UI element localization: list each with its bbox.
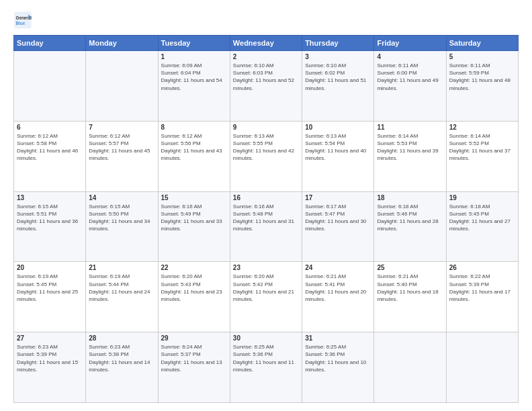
day-info: Sunrise: 6:12 AM Sunset: 5:56 PM Dayligh… [161, 132, 227, 163]
day-number: 7 [89, 124, 154, 131]
day-info: Sunrise: 6:13 AM Sunset: 5:55 PM Dayligh… [233, 132, 299, 163]
day-cell: 17Sunrise: 6:17 AM Sunset: 5:47 PM Dayli… [302, 191, 374, 262]
column-header-wednesday: Wednesday [230, 36, 302, 51]
day-number: 17 [305, 194, 371, 201]
day-info: Sunrise: 6:24 AM Sunset: 5:37 PM Dayligh… [161, 343, 227, 373]
calendar: SundayMondayTuesdayWednesdayThursdayFrid… [13, 35, 519, 403]
column-header-tuesday: Tuesday [158, 36, 230, 51]
day-info: Sunrise: 6:20 AM Sunset: 5:43 PM Dayligh… [161, 273, 227, 303]
day-cell: 2Sunrise: 6:10 AM Sunset: 6:03 PM Daylig… [230, 51, 302, 122]
day-number: 29 [161, 334, 227, 342]
day-info: Sunrise: 6:19 AM Sunset: 5:45 PM Dayligh… [17, 273, 83, 303]
logo-icon: General Blue [13, 11, 32, 30]
day-cell: 21Sunrise: 6:19 AM Sunset: 5:44 PM Dayli… [86, 262, 158, 332]
day-number: 2 [233, 53, 299, 60]
day-info: Sunrise: 6:25 AM Sunset: 5:36 PM Dayligh… [233, 343, 299, 373]
day-number: 9 [233, 124, 299, 131]
day-cell: 7Sunrise: 6:12 AM Sunset: 5:57 PM Daylig… [86, 121, 158, 191]
day-number: 18 [377, 194, 443, 201]
day-number: 23 [233, 264, 299, 271]
day-info: Sunrise: 6:12 AM Sunset: 5:58 PM Dayligh… [17, 132, 83, 163]
header: General Blue [13, 11, 519, 30]
day-info: Sunrise: 6:10 AM Sunset: 6:02 PM Dayligh… [305, 62, 371, 92]
day-info: Sunrise: 6:25 AM Sunset: 5:36 PM Dayligh… [305, 343, 371, 373]
week-row-4: 20Sunrise: 6:19 AM Sunset: 5:45 PM Dayli… [14, 262, 519, 332]
svg-text:Blue: Blue [16, 21, 26, 26]
logo: General Blue [13, 11, 35, 30]
day-cell: 18Sunrise: 6:18 AM Sunset: 5:46 PM Dayli… [374, 191, 446, 262]
day-cell: 20Sunrise: 6:19 AM Sunset: 5:45 PM Dayli… [14, 262, 86, 332]
day-number: 6 [17, 124, 83, 131]
day-cell: 29Sunrise: 6:24 AM Sunset: 5:37 PM Dayli… [158, 332, 230, 403]
day-number: 27 [17, 334, 83, 342]
day-info: Sunrise: 6:14 AM Sunset: 5:53 PM Dayligh… [377, 132, 443, 163]
day-number: 21 [89, 264, 154, 271]
day-number: 25 [377, 264, 443, 271]
day-number: 20 [17, 264, 83, 271]
day-cell: 4Sunrise: 6:11 AM Sunset: 6:00 PM Daylig… [374, 51, 446, 122]
day-cell [374, 332, 446, 403]
day-number: 5 [449, 53, 515, 60]
day-cell: 25Sunrise: 6:21 AM Sunset: 5:40 PM Dayli… [374, 262, 446, 332]
day-cell: 5Sunrise: 6:11 AM Sunset: 5:59 PM Daylig… [446, 51, 518, 122]
day-cell: 26Sunrise: 6:22 AM Sunset: 5:39 PM Dayli… [446, 262, 518, 332]
day-info: Sunrise: 6:23 AM Sunset: 5:38 PM Dayligh… [89, 343, 154, 373]
day-number: 16 [233, 194, 299, 201]
day-number: 31 [305, 334, 371, 342]
day-cell: 30Sunrise: 6:25 AM Sunset: 5:36 PM Dayli… [230, 332, 302, 403]
day-info: Sunrise: 6:21 AM Sunset: 5:40 PM Dayligh… [377, 273, 443, 303]
day-cell [14, 51, 86, 122]
day-cell: 16Sunrise: 6:16 AM Sunset: 5:48 PM Dayli… [230, 191, 302, 262]
day-cell [446, 332, 518, 403]
day-info: Sunrise: 6:16 AM Sunset: 5:48 PM Dayligh… [233, 203, 299, 233]
day-info: Sunrise: 6:16 AM Sunset: 5:49 PM Dayligh… [161, 203, 227, 233]
week-row-1: 1Sunrise: 6:09 AM Sunset: 6:04 PM Daylig… [14, 51, 519, 122]
day-cell: 10Sunrise: 6:13 AM Sunset: 5:54 PM Dayli… [302, 121, 374, 191]
column-header-saturday: Saturday [446, 36, 518, 51]
day-info: Sunrise: 6:12 AM Sunset: 5:57 PM Dayligh… [89, 132, 154, 163]
day-number: 15 [161, 194, 227, 201]
day-info: Sunrise: 6:22 AM Sunset: 5:39 PM Dayligh… [449, 273, 515, 303]
day-cell: 3Sunrise: 6:10 AM Sunset: 6:02 PM Daylig… [302, 51, 374, 122]
day-cell: 15Sunrise: 6:16 AM Sunset: 5:49 PM Dayli… [158, 191, 230, 262]
day-cell: 19Sunrise: 6:18 AM Sunset: 5:45 PM Dayli… [446, 191, 518, 262]
column-header-thursday: Thursday [302, 36, 374, 51]
day-number: 4 [377, 53, 443, 60]
day-info: Sunrise: 6:13 AM Sunset: 5:54 PM Dayligh… [305, 132, 371, 163]
day-number: 3 [305, 53, 371, 60]
day-info: Sunrise: 6:23 AM Sunset: 5:39 PM Dayligh… [17, 343, 83, 373]
day-cell: 8Sunrise: 6:12 AM Sunset: 5:56 PM Daylig… [158, 121, 230, 191]
svg-rect-0 [14, 11, 31, 28]
day-number: 1 [161, 53, 227, 60]
day-number: 30 [233, 334, 299, 342]
day-cell: 11Sunrise: 6:14 AM Sunset: 5:53 PM Dayli… [374, 121, 446, 191]
column-header-monday: Monday [86, 36, 158, 51]
week-row-5: 27Sunrise: 6:23 AM Sunset: 5:39 PM Dayli… [14, 332, 519, 403]
day-number: 13 [17, 194, 83, 201]
day-number: 10 [305, 124, 371, 131]
day-info: Sunrise: 6:09 AM Sunset: 6:04 PM Dayligh… [161, 62, 227, 92]
day-number: 26 [449, 264, 515, 271]
day-number: 24 [305, 264, 371, 271]
column-header-friday: Friday [374, 36, 446, 51]
day-info: Sunrise: 6:17 AM Sunset: 5:47 PM Dayligh… [305, 203, 371, 233]
day-cell: 6Sunrise: 6:12 AM Sunset: 5:58 PM Daylig… [14, 121, 86, 191]
day-cell: 28Sunrise: 6:23 AM Sunset: 5:38 PM Dayli… [86, 332, 158, 403]
day-cell [86, 51, 158, 122]
day-info: Sunrise: 6:15 AM Sunset: 5:50 PM Dayligh… [89, 203, 154, 233]
day-number: 22 [161, 264, 227, 271]
page: General Blue SundayMondayTuesdayWednesda… [0, 0, 532, 411]
day-info: Sunrise: 6:18 AM Sunset: 5:46 PM Dayligh… [377, 203, 443, 233]
day-info: Sunrise: 6:15 AM Sunset: 5:51 PM Dayligh… [17, 203, 83, 233]
day-info: Sunrise: 6:11 AM Sunset: 6:00 PM Dayligh… [377, 62, 443, 92]
day-cell: 9Sunrise: 6:13 AM Sunset: 5:55 PM Daylig… [230, 121, 302, 191]
day-info: Sunrise: 6:19 AM Sunset: 5:44 PM Dayligh… [89, 273, 154, 303]
day-cell: 24Sunrise: 6:21 AM Sunset: 5:41 PM Dayli… [302, 262, 374, 332]
calendar-table: SundayMondayTuesdayWednesdayThursdayFrid… [13, 35, 519, 403]
day-info: Sunrise: 6:10 AM Sunset: 6:03 PM Dayligh… [233, 62, 299, 92]
day-info: Sunrise: 6:14 AM Sunset: 5:52 PM Dayligh… [449, 132, 515, 163]
day-cell: 23Sunrise: 6:20 AM Sunset: 5:42 PM Dayli… [230, 262, 302, 332]
week-row-2: 6Sunrise: 6:12 AM Sunset: 5:58 PM Daylig… [14, 121, 519, 191]
day-number: 12 [449, 124, 515, 131]
day-number: 8 [161, 124, 227, 131]
